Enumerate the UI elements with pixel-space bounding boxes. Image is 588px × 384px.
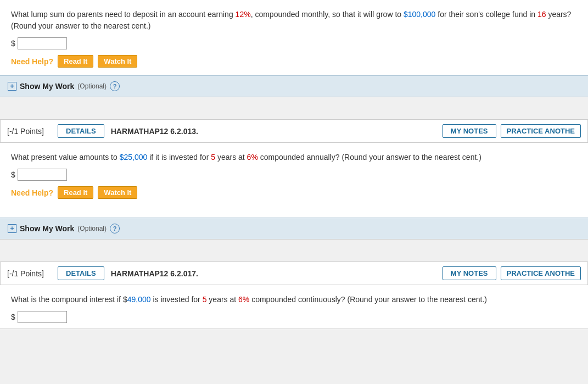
expand-icon-1[interactable]: + — [8, 224, 16, 233]
answer-input-1[interactable] — [18, 169, 67, 181]
highlight-5yrs-1: 5 — [211, 153, 215, 162]
spacer-1 — [0, 108, 588, 119]
problem-id-2: HARMATHAP12 6.2.017. — [111, 269, 436, 278]
highlight-16yrs: 16 — [537, 10, 546, 19]
optional-text-top: (Optional) — [77, 82, 107, 90]
show-my-work-bar-top: + Show My Work (Optional) ? — [0, 75, 588, 97]
practice-button-1[interactable]: PRACTICE ANOTHE — [501, 124, 581, 138]
question-block-top: What lump sum do parents need to deposit… — [0, 0, 588, 97]
highlight-100k: $100,000 — [404, 10, 435, 19]
question-block-2: What is the compound interest if $49,000… — [0, 285, 588, 329]
spacer-2 — [0, 251, 588, 261]
highlight-25k: $25,000 — [120, 153, 148, 162]
header-right-1: MY NOTES PRACTICE ANOTHE — [443, 124, 581, 138]
answer-input-row-top: $ — [11, 37, 577, 49]
dollar-sign-1: $ — [11, 170, 15, 179]
dollar-sign-top: $ — [11, 39, 15, 48]
need-help-label-1: Need Help? — [11, 188, 53, 197]
help-icon-1[interactable]: ? — [110, 224, 120, 233]
expand-icon-top[interactable]: + — [8, 82, 16, 91]
highlight-6pct-1: 6% — [247, 153, 258, 162]
dollar-sign-2: $ — [11, 313, 15, 321]
optional-text-1: (Optional) — [77, 225, 107, 232]
question-text-2: What is the compound interest if $49,000… — [11, 294, 577, 305]
show-my-work-text-1: Show My Work — [20, 224, 74, 233]
watch-it-button-1[interactable]: Watch It — [98, 186, 137, 199]
question-text-top: What lump sum do parents need to deposit… — [11, 9, 577, 32]
need-help-row-1: Need Help? Read It Watch It — [11, 186, 577, 199]
header-right-2: MY NOTES PRACTICE ANOTHE — [443, 266, 581, 280]
page-wrapper: What lump sum do parents need to deposit… — [0, 0, 588, 384]
details-button-2[interactable]: DETAILS — [58, 266, 104, 280]
spacer-inner-1 — [11, 207, 577, 218]
show-my-work-text-top: Show My Work — [20, 82, 74, 91]
highlight-49k: 49,000 — [127, 295, 151, 304]
highlight-5yrs-2: 5 — [203, 295, 207, 304]
highlight-6pct-2: 6% — [238, 295, 249, 304]
answer-input-row-1: $ — [11, 169, 577, 181]
answer-input-row-2: $ — [11, 311, 577, 323]
question-text-1: What present value amounts to $25,000 if… — [11, 152, 577, 163]
answer-input-top[interactable] — [18, 37, 67, 49]
answer-input-2[interactable] — [18, 311, 67, 323]
details-button-1[interactable]: DETAILS — [58, 124, 104, 138]
show-my-work-bar-1: + Show My Work (Optional) ? — [0, 218, 588, 239]
my-notes-button-2[interactable]: MY NOTES — [443, 266, 496, 280]
problem-set-2: [-/1 Points] DETAILS HARMATHAP12 6.2.017… — [0, 261, 588, 329]
need-help-label-top: Need Help? — [11, 57, 53, 66]
read-it-button-1[interactable]: Read It — [58, 186, 93, 199]
points-label-2: [-/1 Points] — [7, 269, 51, 278]
points-label-1: [-/1 Points] — [7, 127, 51, 136]
question-block-1: What present value amounts to $25,000 if… — [0, 143, 588, 240]
highlight-12pct: 12% — [236, 10, 251, 19]
problem-header-2: [-/1 Points] DETAILS HARMATHAP12 6.2.017… — [0, 261, 588, 285]
my-notes-button-1[interactable]: MY NOTES — [443, 124, 496, 138]
practice-button-2[interactable]: PRACTICE ANOTHE — [501, 266, 581, 280]
help-icon-top[interactable]: ? — [110, 81, 120, 91]
watch-it-button-top[interactable]: Watch It — [98, 55, 137, 68]
read-it-button-top[interactable]: Read It — [58, 55, 93, 68]
need-help-row-top: Need Help? Read It Watch It — [11, 55, 577, 68]
problem-header-1: [-/1 Points] DETAILS HARMATHAP12 6.2.013… — [0, 119, 588, 143]
problem-id-1: HARMATHAP12 6.2.013. — [111, 127, 436, 136]
problem-set-1: [-/1 Points] DETAILS HARMATHAP12 6.2.013… — [0, 119, 588, 240]
